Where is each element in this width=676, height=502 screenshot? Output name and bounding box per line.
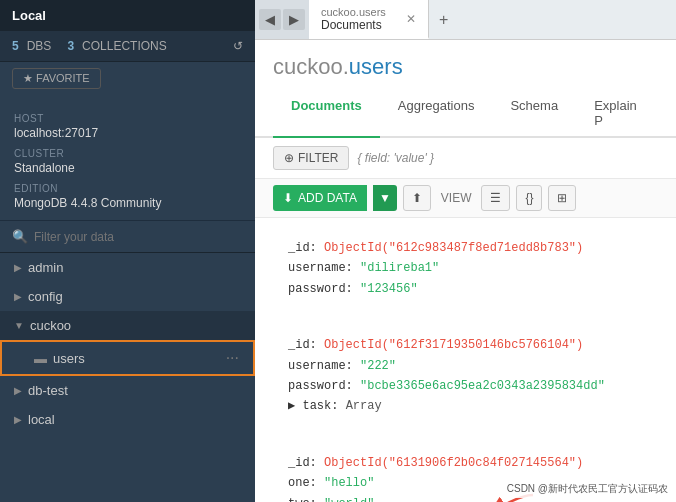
tab-label: Documents: [321, 18, 386, 32]
close-tab-icon[interactable]: ✕: [406, 12, 416, 26]
doc-id-field: _id: ObjectId("6131906f2b0c84f027145564"…: [288, 453, 646, 473]
sub-tab-bar: Documents Aggregations Schema Explain P: [255, 90, 676, 138]
dbs-count: 5: [12, 39, 19, 53]
collection-db-part: cuckoo.: [273, 54, 349, 79]
sidebar-item-admin[interactable]: ▶ admin: [0, 253, 255, 282]
sidebar-item-db-test[interactable]: ▶ db-test: [0, 376, 255, 405]
search-input[interactable]: [34, 230, 243, 244]
collections-label: COLLECTIONS: [82, 39, 167, 53]
table-row: _id: ObjectId("612f31719350146bc5766104"…: [273, 325, 658, 427]
dbs-label: DBS: [27, 39, 52, 53]
doc-password-field: password: "123456": [288, 279, 646, 299]
more-options-icon[interactable]: ···: [226, 349, 239, 367]
doc-username-field: username: "222": [288, 356, 646, 376]
filter-label: FILTER: [298, 151, 338, 165]
sub-tab-aggregations[interactable]: Aggregations: [380, 90, 493, 138]
favorite-label: ★ FAVORITE: [23, 72, 90, 85]
table-view-button[interactable]: ⊞: [548, 185, 576, 211]
sidebar-item-users[interactable]: ▬ users ···: [0, 340, 255, 376]
sidebar: Local 5 DBS 3 COLLECTIONS ↺ ★ FAVORITE H…: [0, 0, 255, 502]
doc-password-field: password: "bcbe3365e6ac95ea2c0343a239583…: [288, 376, 646, 396]
db-name-local: local: [28, 412, 55, 427]
chevron-right-icon: ▶: [14, 291, 22, 302]
cluster-value: Standalone: [14, 161, 241, 175]
cluster-label: CLUSTER: [14, 148, 241, 159]
add-data-label: ADD DATA: [298, 191, 357, 205]
db-name-cuckoo: cuckoo: [30, 318, 71, 333]
sidebar-header: Local: [0, 0, 255, 31]
filter-button[interactable]: ⊕ FILTER: [273, 146, 349, 170]
view-label: VIEW: [437, 191, 476, 205]
host-label: HOST: [14, 113, 241, 124]
edition-value: MongoDB 4.4.8 Community: [14, 196, 241, 210]
doc-id-field: _id: ObjectId("612f31719350146bc5766104"…: [288, 335, 646, 355]
search-bar: 🔍: [0, 221, 255, 253]
tab-documents[interactable]: cuckoo.users Documents ✕: [309, 0, 429, 39]
code-view-button[interactable]: {}: [516, 185, 542, 211]
content-area: cuckoo.users Documents Aggregations Sche…: [255, 40, 676, 502]
watermark-text: CSDN @新时代农民工官方认证码农: [503, 480, 672, 498]
search-icon: 🔍: [12, 229, 28, 244]
add-tab-button[interactable]: +: [429, 0, 458, 39]
collection-icon: ▬: [34, 351, 47, 366]
database-list: ▶ admin ▶ config ▼ cuckoo ▬ users ··· ▶ …: [0, 253, 255, 502]
toolbar: ⬇ ADD DATA ▼ ⬆ VIEW ☰ {} ⊞: [255, 179, 676, 218]
documents-area: _id: ObjectId("612c983487f8ed71edd8b783"…: [255, 218, 676, 502]
sub-tab-explain[interactable]: Explain P: [576, 90, 658, 138]
add-data-dropdown-button[interactable]: ▼: [373, 185, 397, 211]
filter-hint: { field: 'value' }: [357, 151, 434, 165]
chevron-right-icon: ▶: [14, 414, 22, 425]
sidebar-item-config[interactable]: ▶ config: [0, 282, 255, 311]
chevron-down-icon: ▼: [14, 320, 24, 331]
sidebar-stats: 5 DBS 3 COLLECTIONS ↺: [0, 31, 255, 62]
sub-tab-schema[interactable]: Schema: [492, 90, 576, 138]
sidebar-title: Local: [12, 8, 46, 23]
nav-arrows: ◀ ▶: [255, 0, 309, 39]
doc-username-field: username: "dilireba1": [288, 258, 646, 278]
filter-bar: ⊕ FILTER { field: 'value' }: [255, 138, 676, 179]
chevron-right-icon: ▶: [14, 385, 22, 396]
db-name-config: config: [28, 289, 63, 304]
refresh-icon[interactable]: ↺: [233, 39, 243, 53]
download-icon: ⬇: [283, 191, 293, 205]
doc-id-field: _id: ObjectId("612c983487f8ed71edd8b783"…: [288, 238, 646, 258]
sidebar-item-cuckoo[interactable]: ▼ cuckoo: [0, 311, 255, 340]
nav-forward-button[interactable]: ▶: [283, 9, 305, 30]
table-row: _id: ObjectId("612c983487f8ed71edd8b783"…: [273, 228, 658, 309]
collection-title: cuckoo.users: [255, 40, 676, 90]
collections-count: 3: [67, 39, 74, 53]
main-content: ◀ ▶ cuckoo.users Documents ✕ + cuckoo.us…: [255, 0, 676, 502]
tab-bar: ◀ ▶ cuckoo.users Documents ✕ +: [255, 0, 676, 40]
collection-name-part: users: [349, 54, 403, 79]
list-view-button[interactable]: ☰: [481, 185, 510, 211]
chevron-right-icon: ▶: [14, 262, 22, 273]
favorite-button[interactable]: ★ FAVORITE: [12, 68, 101, 89]
host-value: localhost:27017: [14, 126, 241, 140]
nav-back-button[interactable]: ◀: [259, 9, 281, 30]
db-name-db-test: db-test: [28, 383, 68, 398]
edition-label: EDITION: [14, 183, 241, 194]
doc-task-field: ▶ task: Array: [288, 396, 646, 416]
collection-name-users: users: [53, 351, 85, 366]
add-data-button[interactable]: ⬇ ADD DATA: [273, 185, 367, 211]
upload-button[interactable]: ⬆: [403, 185, 431, 211]
connection-info: HOST localhost:27017 CLUSTER Standalone …: [0, 95, 255, 221]
sub-tab-documents[interactable]: Documents: [273, 90, 380, 138]
filter-icon: ⊕: [284, 151, 294, 165]
sidebar-item-local[interactable]: ▶ local: [0, 405, 255, 434]
db-name-admin: admin: [28, 260, 63, 275]
tab-subtitle: cuckoo.users: [321, 6, 386, 18]
